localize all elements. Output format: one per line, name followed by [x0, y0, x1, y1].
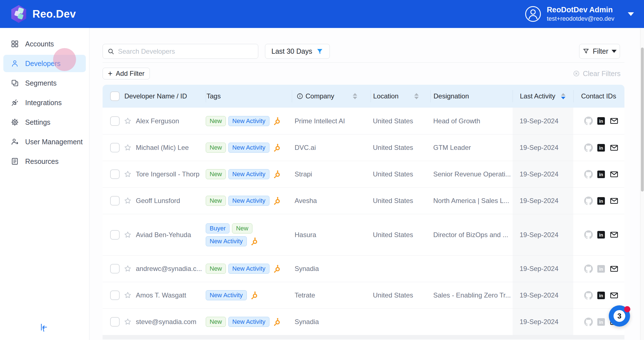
svg-text:in: in: [599, 232, 603, 237]
date-range-button[interactable]: Last 30 Days: [265, 44, 330, 59]
linkedin-icon[interactable]: in: [597, 170, 605, 179]
top-bar: Reo.Dev ReoDotDev Admin test+reodotdev@r…: [0, 0, 644, 28]
developer-name[interactable]: Aviad Ben-Yehuda: [136, 231, 191, 239]
email-icon[interactable]: [609, 230, 619, 239]
chevron-down-icon: [612, 50, 617, 53]
tag-badge: New Activity: [228, 264, 269, 274]
star-icon[interactable]: [124, 197, 132, 205]
sidebar-item-segments[interactable]: Segments: [3, 74, 86, 92]
email-icon[interactable]: [609, 197, 619, 205]
developer-name[interactable]: steve@synadia.com: [136, 318, 196, 326]
last-activity-date: 19-Sep-2024: [520, 265, 558, 273]
search-input[interactable]: [118, 48, 254, 55]
github-icon: [584, 318, 593, 326]
add-filter-button[interactable]: + Add Filter: [103, 68, 150, 79]
sidebar-item-label: Resources: [25, 157, 59, 166]
hubspot-icon: [249, 237, 259, 246]
row-checkbox[interactable]: [110, 317, 120, 327]
tag-badge: New: [206, 169, 226, 179]
linkedin-icon[interactable]: in: [597, 117, 605, 125]
row-checkbox[interactable]: [110, 169, 120, 179]
email-icon[interactable]: [609, 265, 619, 273]
contact-ids-cell: in: [573, 282, 624, 308]
sidebar-item-developers[interactable]: Developers: [3, 55, 86, 72]
developer-name[interactable]: Geoff Lunsford: [136, 197, 180, 205]
table-row: Michael (Mic) LeeNewNew ActivityDVC.aiUn…: [103, 134, 624, 161]
sidebar-item-settings[interactable]: Settings: [3, 114, 86, 131]
email-icon[interactable]: [609, 143, 619, 152]
last-activity-date: 19-Sep-2024: [520, 197, 558, 205]
table-row: Tore Ingersoll - ThorpNewNew ActivityStr…: [103, 161, 624, 187]
user-name: ReoDotDev Admin: [547, 5, 614, 15]
vertical-scrollbar[interactable]: [640, 28, 644, 340]
email-icon[interactable]: [609, 117, 619, 125]
github-icon: [584, 265, 593, 273]
svg-text:in: in: [599, 293, 603, 298]
developer-name[interactable]: Amos T. Wasgatt: [136, 291, 186, 299]
select-all-checkbox[interactable]: [110, 91, 120, 101]
last-activity-date: 19-Sep-2024: [520, 318, 558, 326]
filter-button[interactable]: Filter: [579, 44, 620, 59]
sidebar-item-user-management[interactable]: User Management: [3, 133, 86, 150]
star-icon[interactable]: [124, 291, 132, 299]
chevron-down-icon[interactable]: [628, 12, 634, 16]
toolbar-divider: [103, 62, 624, 63]
sort-last-activity-button[interactable]: [561, 93, 565, 99]
add-filter-label: Add Filter: [116, 70, 145, 77]
tags-cell: BuyerNewNew Activity: [206, 214, 292, 255]
sort-company-button[interactable]: [353, 93, 357, 99]
row-checkbox[interactable]: [110, 264, 120, 273]
sidebar-item-label: Integrations: [25, 99, 62, 107]
row-checkbox[interactable]: [110, 196, 120, 206]
star-icon[interactable]: [124, 318, 132, 326]
developer-name[interactable]: Michael (Mic) Lee: [136, 144, 189, 152]
email-icon[interactable]: [609, 170, 619, 179]
list-icon: [11, 157, 19, 166]
row-checkbox[interactable]: [110, 116, 120, 126]
table-footer-strip: [103, 335, 624, 339]
col-last-activity: Last Activity: [520, 92, 555, 100]
sidebar-item-integrations[interactable]: Integrations: [3, 94, 86, 111]
tag-badge: New Activity: [228, 169, 269, 179]
sidebar-item-label: Developers: [25, 60, 60, 68]
location: United States: [373, 197, 413, 205]
search-box: [103, 44, 258, 59]
star-icon[interactable]: [124, 143, 132, 152]
row-checkbox[interactable]: [110, 143, 120, 152]
tags-cell: NewNew Activity: [206, 108, 292, 134]
row-checkbox[interactable]: [110, 291, 120, 300]
linkedin-icon[interactable]: in: [597, 143, 605, 152]
linkedin-icon[interactable]: in: [597, 291, 605, 300]
sidebar-item-resources[interactable]: Resources: [3, 153, 86, 170]
star-icon[interactable]: [124, 265, 132, 273]
star-icon[interactable]: [124, 231, 132, 239]
sidebar-item-label: User Management: [25, 138, 83, 146]
developer-name[interactable]: Tore Ingersoll - Thorp: [136, 170, 200, 178]
sidebar-collapse-button[interactable]: [39, 323, 49, 333]
sidebar-item-accounts[interactable]: Accounts: [3, 35, 86, 53]
developer-name[interactable]: Alex Ferguson: [136, 117, 179, 125]
svg-text:in: in: [599, 198, 603, 203]
last-activity-date: 19-Sep-2024: [520, 117, 558, 125]
sidebar: AccountsDevelopersSegmentsIntegrationsSe…: [0, 28, 89, 340]
linkedin-icon: in: [597, 318, 605, 326]
linkedin-icon[interactable]: in: [597, 230, 605, 239]
sort-location-button[interactable]: [414, 93, 419, 99]
col-developer-name: Developer Name / ID: [124, 92, 187, 100]
contact-ids-cell: in: [573, 108, 624, 134]
star-icon[interactable]: [124, 170, 132, 178]
email-icon[interactable]: [609, 291, 619, 300]
tag-badge: New: [206, 264, 226, 274]
notifications-fab[interactable]: 3: [609, 305, 630, 327]
filter-label: Filter: [593, 47, 609, 55]
row-checkbox[interactable]: [110, 230, 120, 240]
last-activity-date: 19-Sep-2024: [520, 144, 558, 152]
brand-name: Reo.Dev: [32, 8, 76, 20]
scrollbar-thumb[interactable]: [641, 48, 644, 192]
location: United States: [373, 231, 413, 239]
developer-name[interactable]: andrewc@synadia.c...: [136, 265, 202, 273]
user-menu[interactable]: ReoDotDev Admin test+reodotdev@reo.dev: [525, 5, 634, 22]
linkedin-icon[interactable]: in: [597, 197, 605, 205]
tags-cell: NewNew Activity: [206, 256, 292, 282]
star-icon[interactable]: [124, 117, 132, 125]
